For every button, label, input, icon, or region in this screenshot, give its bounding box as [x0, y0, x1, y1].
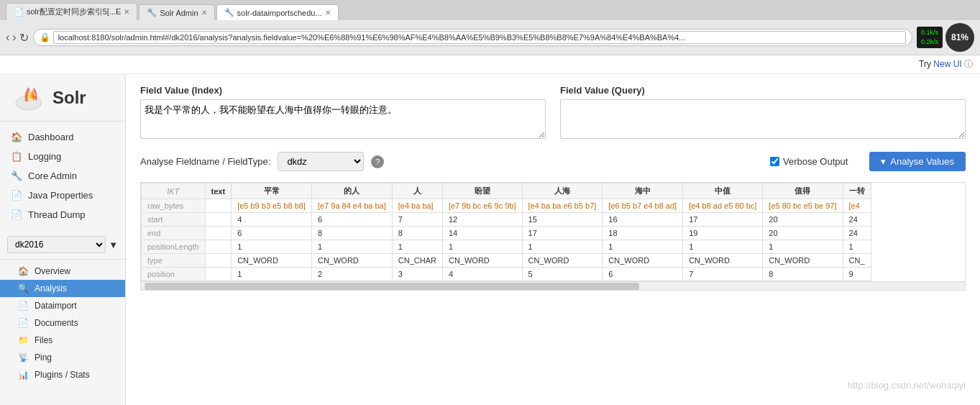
core-menu: 🏠 Overview 🔍 Analysis 📄 Dataimport 📄 Doc… [0, 259, 125, 386]
field-value-query-input[interactable] [560, 99, 966, 139]
address-bar[interactable]: localhost:8180/solr/admin.html#/dk2016/a… [53, 31, 906, 44]
tab-solr-config[interactable]: 📄 solr配置定时同步索引5[...E ✕ [6, 3, 137, 20]
col-header-zhongzhi: 中值 [683, 183, 763, 199]
field-value-query-label: Field Value (Query) [560, 85, 966, 96]
core-item-analysis[interactable]: 🔍 Analysis [0, 280, 125, 297]
cell-text-end [205, 227, 232, 240]
cell-zhongzhi-raw: [e4 b8 ad e5 80 bc] [683, 199, 763, 213]
fieldname-row: Analyse Fieldname / FieldType: dkdz ? Ve… [140, 152, 966, 171]
speed-dial: 81% [945, 23, 974, 52]
col-header-ikt: IKT [142, 183, 206, 199]
cell-pingchang-position: 1 [232, 268, 312, 281]
cell-deren-end: 8 [311, 227, 392, 240]
secure-icon: 🔒 [40, 32, 50, 42]
core-admin-label: Core Admin [28, 170, 77, 181]
cell-pingchang-raw: [e5 b9 b3 e5 b8 b8] [232, 199, 312, 213]
core-item-dataimport[interactable]: 📄 Dataimport [0, 297, 125, 314]
field-value-index-input[interactable]: 我是个平常的人，我不能盼望在人海中值得你一转眼的注意。 [140, 99, 546, 139]
analyse-values-button[interactable]: ▾ Analyse Values [869, 152, 966, 171]
cell-zhide-raw: [e5 80 bc e5 be 97] [763, 199, 843, 213]
cell-haizhong-start: 16 [603, 213, 683, 227]
cell-yizhuan-end: 24 [843, 227, 871, 240]
table-row: end 6 8 8 14 17 18 19 20 24 [142, 227, 871, 240]
back-button[interactable]: ‹ [6, 31, 9, 44]
core-select-dropdown[interactable]: dk2016 [7, 236, 106, 253]
core-item-files[interactable]: 📁 Files [0, 332, 125, 349]
sidebar-item-dashboard[interactable]: 🏠 Dashboard [0, 127, 125, 147]
field-value-index-section: Field Value (Index) 我是个平常的人，我不能盼望在人海中值得你… [140, 85, 546, 141]
cell-renhai-start: 15 [522, 213, 603, 227]
row-header-positionlength: positionLength [142, 240, 206, 254]
cell-deren-poslength: 1 [311, 240, 392, 254]
nav-buttons: ‹ › ↻ [6, 31, 29, 45]
java-props-label: Java Properties [28, 190, 93, 201]
logo-area: Solr [0, 74, 125, 122]
speed-up: 0.1k/s [921, 28, 938, 37]
cell-pingchang-start: 4 [232, 213, 312, 227]
plugins-icon: 📊 [18, 370, 29, 380]
tab-close-3[interactable]: ✕ [325, 9, 331, 17]
speed-down: 0.2k/s [921, 37, 938, 47]
horizontal-scrollbar[interactable] [141, 281, 965, 290]
cell-panwang-type: CN_WORD [442, 254, 522, 268]
sidebar-item-java-properties[interactable]: 📄 Java Properties [0, 186, 125, 205]
java-props-icon: 📄 [11, 190, 22, 201]
verbose-output-section: Verbose Output [770, 156, 848, 167]
core-item-overview[interactable]: 🏠 Overview [0, 263, 125, 280]
cell-zhide-type: CN_WORD [763, 254, 843, 268]
core-item-documents[interactable]: 📄 Documents [0, 314, 125, 332]
cell-zhongzhi-end: 19 [683, 227, 763, 240]
cell-deren-start: 6 [311, 213, 392, 227]
cell-deren-position: 2 [311, 268, 392, 281]
cell-panwang-poslength: 1 [442, 240, 522, 254]
analyse-btn-label: Analyse Values [890, 156, 954, 167]
cell-panwang-position: 4 [442, 268, 522, 281]
core-selector: dk2016 ▼ [7, 236, 118, 253]
svg-point-0 [16, 96, 42, 110]
core-item-ping[interactable]: 📡 Ping [0, 349, 125, 366]
cell-zhongzhi-poslength: 1 [683, 240, 763, 254]
new-ui-link[interactable]: New UI [933, 59, 961, 69]
tab-dataimport[interactable]: 🔧 solr-dataimportschedu... ✕ [216, 4, 339, 20]
cell-ren-end: 8 [392, 227, 442, 240]
analysis-icon: 🔍 [18, 283, 29, 293]
forward-button[interactable]: › [12, 31, 16, 44]
tab-solr-admin[interactable]: 🔧 Solr Admin ✕ [139, 4, 214, 20]
try-text: Try [919, 59, 931, 69]
tab-close-2[interactable]: ✕ [201, 9, 207, 17]
core-item-plugins-stats[interactable]: 📊 Plugins / Stats [0, 366, 125, 383]
analysis-table-container: IKT text 平常 的人 人 盼望 人海 海中 中值 值得 一转 [140, 182, 966, 291]
tab-label-3: solr-dataimportschedu... [237, 9, 322, 17]
cell-panwang-end: 14 [442, 227, 522, 240]
tab-label-1: solr配置定时同步索引5[...E [27, 6, 121, 17]
col-header-haizhong: 海中 [603, 183, 683, 199]
verbose-output-checkbox[interactable] [770, 157, 779, 166]
sidebar-item-thread-dump[interactable]: 📄 Thread Dump [0, 205, 125, 224]
filter-icon: ▾ [881, 156, 886, 167]
table-row: start 4 6 7 12 15 16 17 20 24 [142, 213, 871, 227]
cell-pingchang-poslength: 1 [232, 240, 312, 254]
col-header-zhide: 值得 [763, 183, 843, 199]
cell-renhai-type: CN_WORD [522, 254, 603, 268]
table-row: positionLength 1 1 1 1 1 1 1 1 1 [142, 240, 871, 254]
fieldname-label: Analyse Fieldname / FieldType: [140, 156, 270, 167]
main-content: Field Value (Index) 我是个平常的人，我不能盼望在人海中值得你… [126, 74, 980, 405]
sidebar-item-logging[interactable]: 📋 Logging [0, 147, 125, 166]
col-header-ren: 人 [392, 183, 442, 199]
table-row: position 1 2 3 4 5 6 7 8 9 [142, 268, 871, 281]
tab-close-1[interactable]: ✕ [124, 8, 129, 16]
fieldname-select[interactable]: dkdz [278, 152, 364, 171]
cell-text-poslength [205, 240, 232, 254]
help-icon[interactable]: ? [371, 155, 384, 168]
dashboard-icon: 🏠 [11, 132, 22, 142]
refresh-button[interactable]: ↻ [19, 31, 29, 45]
thread-dump-label: Thread Dump [28, 209, 85, 220]
table-row: raw_bytes [e5 b9 b3 e5 b8 b8] [e7 9a 84 … [142, 199, 871, 213]
core-select-arrow: ▼ [109, 240, 118, 250]
sidebar-item-core-admin[interactable]: 🔧 Core Admin [0, 166, 125, 186]
cell-zhongzhi-position: 7 [683, 268, 763, 281]
tabs-bar: 📄 solr配置定时同步索引5[...E ✕ 🔧 Solr Admin ✕ 🔧 … [0, 0, 980, 20]
cell-text-position [205, 268, 232, 281]
plugins-label: Plugins / Stats [35, 370, 90, 380]
analysis-label: Analysis [35, 283, 67, 293]
